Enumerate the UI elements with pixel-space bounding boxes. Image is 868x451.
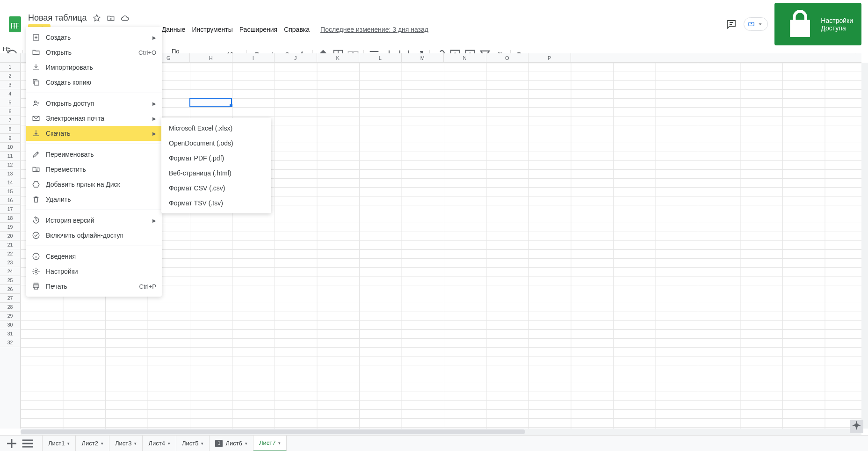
cloud-status-icon[interactable] xyxy=(121,14,129,22)
last-edit-link[interactable]: Последнее изменение: 3 дня назад xyxy=(320,26,428,33)
move-icon[interactable] xyxy=(107,14,115,22)
file-menu-item[interactable]: Импортировать xyxy=(26,60,162,75)
sheet-tab[interactable]: Лист7▾ xyxy=(253,436,287,451)
row-header[interactable]: 21 xyxy=(0,240,20,249)
horizontal-scrollbar-thumb[interactable] xyxy=(21,429,525,434)
file-menu-item[interactable]: ПечатьCtrl+P xyxy=(26,279,162,294)
file-menu-item[interactable]: История версий▶ xyxy=(26,213,162,228)
row-header[interactable]: 12 xyxy=(0,160,20,169)
row-header[interactable]: 7 xyxy=(0,116,20,125)
menu-tools[interactable]: Инструменты xyxy=(188,24,236,35)
sheet-tab-caret-icon[interactable]: ▾ xyxy=(134,441,137,446)
sheet-tab[interactable]: Лист2▾ xyxy=(76,436,109,451)
sheet-tab-caret-icon[interactable]: ▾ xyxy=(67,441,70,446)
row-header[interactable]: 23 xyxy=(0,258,20,267)
file-menu-item[interactable]: Сведения xyxy=(26,249,162,264)
sheet-tab-caret-icon[interactable]: ▾ xyxy=(101,441,103,446)
row-header[interactable]: 1 xyxy=(0,63,20,72)
star-icon[interactable] xyxy=(93,14,101,22)
sheet-tab[interactable]: 1Лист6▾ xyxy=(210,436,253,451)
file-menu-item[interactable]: Переименовать xyxy=(26,147,162,162)
horizontal-scrollbar[interactable] xyxy=(21,429,861,435)
column-header[interactable]: I xyxy=(232,53,275,62)
file-menu-item[interactable]: Создать копию xyxy=(26,75,162,90)
sheet-tab[interactable]: Лист4▾ xyxy=(143,436,176,451)
row-header[interactable]: 14 xyxy=(0,178,20,187)
download-submenu-item[interactable]: Формат PDF (.pdf) xyxy=(161,151,271,166)
file-menu-item[interactable]: Добавить ярлык на Диск xyxy=(26,177,162,192)
row-header[interactable]: 19 xyxy=(0,223,20,232)
selected-cell[interactable] xyxy=(189,98,232,107)
row-header[interactable]: 17 xyxy=(0,205,20,214)
column-header[interactable]: N xyxy=(444,53,486,62)
row-header[interactable]: 32 xyxy=(0,338,20,347)
file-menu-item[interactable]: Переместить xyxy=(26,162,162,177)
sheet-tab-caret-icon[interactable]: ▾ xyxy=(168,441,170,446)
menu-data[interactable]: Данные xyxy=(159,24,189,35)
share-button[interactable]: Настройки Доступа xyxy=(774,3,861,45)
column-header[interactable]: J xyxy=(275,53,317,62)
row-header[interactable]: 25 xyxy=(0,276,20,285)
row-header[interactable]: 29 xyxy=(0,312,20,320)
download-submenu-item[interactable]: Формат TSV (.tsv) xyxy=(161,196,271,211)
sheet-tab-caret-icon[interactable]: ▾ xyxy=(245,441,247,446)
menu-help[interactable]: Справка xyxy=(281,24,313,35)
download-submenu-item[interactable]: Веб-страница (.html) xyxy=(161,166,271,181)
download-submenu-item[interactable]: Формат CSV (.csv) xyxy=(161,181,271,196)
column-header[interactable]: M xyxy=(402,53,444,62)
name-box[interactable]: H5 xyxy=(1,44,19,53)
all-sheets-button[interactable] xyxy=(20,436,36,451)
row-header[interactable]: 27 xyxy=(0,294,20,303)
row-header[interactable]: 2 xyxy=(0,72,20,80)
sheet-tab[interactable]: Лист1▾ xyxy=(42,436,76,451)
sheet-tab-caret-icon[interactable]: ▾ xyxy=(201,441,203,446)
row-header[interactable]: 9 xyxy=(0,134,20,143)
sheet-tab[interactable]: Лист5▾ xyxy=(176,436,210,451)
row-header[interactable]: 5 xyxy=(0,98,20,107)
column-header[interactable]: H xyxy=(190,53,232,62)
file-menu-item[interactable]: Открыть доступ▶ xyxy=(26,96,162,111)
row-header[interactable]: 13 xyxy=(0,169,20,178)
download-submenu-item[interactable]: Microsoft Excel (.xlsx) xyxy=(161,121,271,136)
column-header[interactable]: K xyxy=(317,53,360,62)
menu-extensions[interactable]: Расширения xyxy=(236,24,281,35)
comments-icon[interactable] xyxy=(726,19,737,30)
present-button[interactable] xyxy=(744,17,768,31)
row-header[interactable]: 31 xyxy=(0,329,20,338)
sheet-tab[interactable]: Лист3▾ xyxy=(109,436,143,451)
file-menu-item[interactable]: Скачать▶ xyxy=(26,126,162,141)
file-menu-item[interactable]: Электронная почта▶ xyxy=(26,111,162,126)
file-menu-item[interactable]: ОткрытьCtrl+O xyxy=(26,45,162,60)
row-header[interactable]: 24 xyxy=(0,267,20,276)
column-header[interactable]: O xyxy=(486,53,529,62)
row-header[interactable]: 15 xyxy=(0,187,20,196)
download-submenu-item[interactable]: OpenDocument (.ods) xyxy=(161,136,271,151)
add-sheet-button[interactable] xyxy=(4,436,20,451)
doc-title[interactable]: Новая таблица xyxy=(28,13,87,23)
row-header[interactable]: 28 xyxy=(0,303,20,312)
file-menu-item[interactable]: Удалить xyxy=(26,192,162,207)
row-header[interactable]: 3 xyxy=(0,80,20,89)
vertical-scrollbar[interactable] xyxy=(861,63,868,429)
sheet-tab-caret-icon[interactable]: ▾ xyxy=(278,441,281,445)
sheets-logo[interactable] xyxy=(7,16,23,33)
row-header[interactable]: 16 xyxy=(0,196,20,205)
row-header[interactable]: 26 xyxy=(0,285,20,294)
column-header[interactable]: P xyxy=(528,53,571,62)
fill-handle[interactable] xyxy=(230,104,232,107)
row-header[interactable]: 6 xyxy=(0,107,20,116)
row-header[interactable]: 10 xyxy=(0,143,20,152)
row-header[interactable]: 22 xyxy=(0,249,20,258)
column-header[interactable]: L xyxy=(359,53,402,62)
explore-button[interactable] xyxy=(850,420,863,433)
row-header[interactable]: 20 xyxy=(0,232,20,240)
row-header[interactable]: 8 xyxy=(0,125,20,134)
select-all-corner[interactable] xyxy=(0,53,21,63)
row-header[interactable]: 4 xyxy=(0,89,20,98)
file-menu-item[interactable]: Настройки xyxy=(26,264,162,279)
file-menu-item[interactable]: Создать▶ xyxy=(26,30,162,45)
row-header[interactable]: 11 xyxy=(0,152,20,160)
row-header[interactable]: 30 xyxy=(0,320,20,329)
row-header[interactable]: 18 xyxy=(0,214,20,223)
file-menu-item[interactable]: Включить офлайн-доступ xyxy=(26,228,162,243)
